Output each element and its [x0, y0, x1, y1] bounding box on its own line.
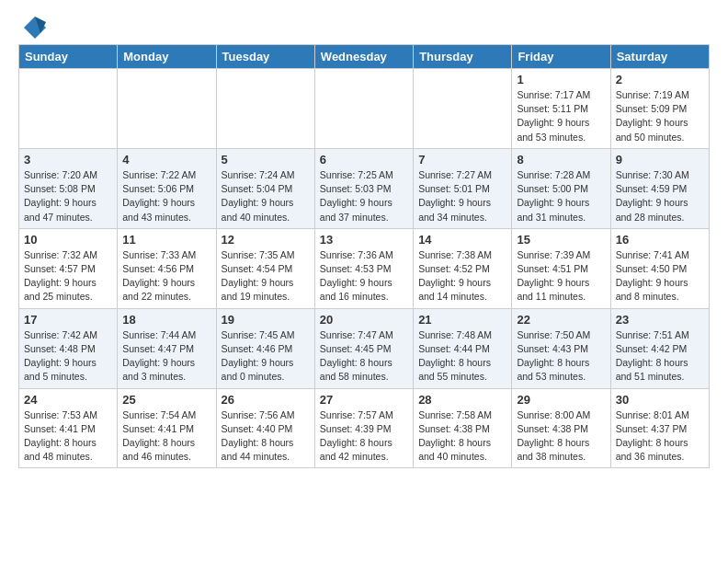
- calendar-cell: 21Sunrise: 7:48 AM Sunset: 4:44 PM Dayli…: [414, 308, 512, 388]
- calendar-week-row: 24Sunrise: 7:53 AM Sunset: 4:41 PM Dayli…: [19, 388, 710, 468]
- day-info: Sunrise: 7:22 AM Sunset: 5:06 PM Dayligh…: [122, 168, 210, 224]
- day-info: Sunrise: 7:45 AM Sunset: 4:46 PM Dayligh…: [222, 328, 310, 385]
- day-info: Sunrise: 7:27 AM Sunset: 5:01 PM Dayligh…: [418, 168, 506, 224]
- day-number: 30: [616, 393, 704, 407]
- day-info: Sunrise: 7:33 AM Sunset: 4:56 PM Dayligh…: [122, 248, 210, 304]
- day-info: Sunrise: 7:32 AM Sunset: 4:57 PM Dayligh…: [24, 248, 112, 304]
- day-info: Sunrise: 7:50 AM Sunset: 4:43 PM Dayligh…: [517, 328, 605, 385]
- day-number: 8: [517, 153, 605, 167]
- calendar-cell: 4Sunrise: 7:22 AM Sunset: 5:06 PM Daylig…: [118, 148, 216, 228]
- calendar-week-row: 10Sunrise: 7:32 AM Sunset: 4:57 PM Dayli…: [19, 228, 710, 308]
- day-info: Sunrise: 7:53 AM Sunset: 4:41 PM Dayligh…: [24, 408, 112, 465]
- page-container: SundayMondayTuesdayWednesdayThursdayFrid…: [0, 0, 728, 483]
- weekday-header: Friday: [512, 45, 610, 69]
- header-row: [18, 15, 710, 40]
- calendar-cell: 16Sunrise: 7:41 AM Sunset: 4:50 PM Dayli…: [610, 228, 709, 308]
- calendar-cell: 24Sunrise: 7:53 AM Sunset: 4:41 PM Dayli…: [19, 388, 118, 468]
- day-info: Sunrise: 7:36 AM Sunset: 4:53 PM Dayligh…: [320, 248, 408, 304]
- day-info: Sunrise: 7:25 AM Sunset: 5:03 PM Dayligh…: [320, 168, 408, 224]
- calendar-cell: 18Sunrise: 7:44 AM Sunset: 4:47 PM Dayli…: [118, 308, 216, 388]
- day-number: 22: [517, 313, 605, 327]
- day-number: 1: [517, 73, 605, 86]
- calendar-cell: 11Sunrise: 7:33 AM Sunset: 4:56 PM Dayli…: [118, 228, 216, 308]
- calendar-cell: 3Sunrise: 7:20 AM Sunset: 5:08 PM Daylig…: [19, 148, 118, 228]
- calendar-week-row: 1Sunrise: 7:17 AM Sunset: 5:11 PM Daylig…: [19, 69, 710, 149]
- calendar-cell: 9Sunrise: 7:30 AM Sunset: 4:59 PM Daylig…: [610, 148, 709, 228]
- calendar-cell: 26Sunrise: 7:56 AM Sunset: 4:40 PM Dayli…: [216, 388, 314, 468]
- calendar-cell: 8Sunrise: 7:28 AM Sunset: 5:00 PM Daylig…: [512, 148, 610, 228]
- calendar-cell: 7Sunrise: 7:27 AM Sunset: 5:01 PM Daylig…: [414, 148, 512, 228]
- day-info: Sunrise: 7:41 AM Sunset: 4:50 PM Dayligh…: [616, 248, 704, 304]
- calendar-table: SundayMondayTuesdayWednesdayThursdayFrid…: [18, 44, 710, 468]
- day-info: Sunrise: 7:47 AM Sunset: 4:45 PM Dayligh…: [320, 328, 408, 385]
- day-number: 21: [418, 313, 506, 327]
- day-number: 25: [122, 393, 210, 407]
- day-info: Sunrise: 7:42 AM Sunset: 4:48 PM Dayligh…: [24, 328, 112, 385]
- weekday-header: Wednesday: [314, 45, 413, 69]
- day-info: Sunrise: 7:56 AM Sunset: 4:40 PM Dayligh…: [222, 408, 310, 465]
- day-info: Sunrise: 7:19 AM Sunset: 5:09 PM Dayligh…: [616, 88, 704, 144]
- weekday-header: Sunday: [19, 45, 118, 69]
- day-number: 13: [320, 233, 408, 247]
- calendar-cell: 29Sunrise: 8:00 AM Sunset: 4:38 PM Dayli…: [512, 388, 610, 468]
- day-number: 12: [222, 233, 310, 247]
- day-number: 16: [616, 233, 704, 247]
- calendar-cell: 19Sunrise: 7:45 AM Sunset: 4:46 PM Dayli…: [216, 308, 314, 388]
- day-info: Sunrise: 7:57 AM Sunset: 4:39 PM Dayligh…: [320, 408, 408, 465]
- weekday-header: Thursday: [414, 45, 512, 69]
- day-info: Sunrise: 7:24 AM Sunset: 5:04 PM Dayligh…: [222, 168, 310, 224]
- calendar-cell: 5Sunrise: 7:24 AM Sunset: 5:04 PM Daylig…: [216, 148, 314, 228]
- day-number: 23: [616, 313, 704, 327]
- weekday-header: Tuesday: [216, 45, 314, 69]
- calendar-cell: 15Sunrise: 7:39 AM Sunset: 4:51 PM Dayli…: [512, 228, 610, 308]
- day-number: 6: [320, 153, 408, 167]
- day-number: 5: [222, 153, 310, 167]
- day-number: 10: [24, 233, 112, 247]
- calendar-cell: 27Sunrise: 7:57 AM Sunset: 4:39 PM Dayli…: [314, 388, 413, 468]
- day-info: Sunrise: 7:44 AM Sunset: 4:47 PM Dayligh…: [122, 328, 210, 385]
- day-info: Sunrise: 7:58 AM Sunset: 4:38 PM Dayligh…: [418, 408, 506, 465]
- day-number: 20: [320, 313, 408, 327]
- calendar-cell: 2Sunrise: 7:19 AM Sunset: 5:09 PM Daylig…: [610, 69, 709, 149]
- day-number: 15: [517, 233, 605, 247]
- calendar-cell: 28Sunrise: 7:58 AM Sunset: 4:38 PM Dayli…: [414, 388, 512, 468]
- calendar-cell: [118, 69, 216, 149]
- calendar-cell: [19, 69, 118, 149]
- calendar-cell: 17Sunrise: 7:42 AM Sunset: 4:48 PM Dayli…: [19, 308, 118, 388]
- calendar-week-row: 17Sunrise: 7:42 AM Sunset: 4:48 PM Dayli…: [19, 308, 710, 388]
- day-info: Sunrise: 7:17 AM Sunset: 5:11 PM Dayligh…: [517, 88, 605, 144]
- day-number: 29: [517, 393, 605, 407]
- calendar-cell: 12Sunrise: 7:35 AM Sunset: 4:54 PM Dayli…: [216, 228, 314, 308]
- weekday-header: Monday: [118, 45, 216, 69]
- day-number: 24: [24, 393, 112, 407]
- day-info: Sunrise: 7:28 AM Sunset: 5:00 PM Dayligh…: [517, 168, 605, 224]
- day-number: 3: [24, 153, 112, 167]
- day-number: 11: [122, 233, 210, 247]
- calendar-cell: 1Sunrise: 7:17 AM Sunset: 5:11 PM Daylig…: [512, 69, 610, 149]
- day-info: Sunrise: 7:51 AM Sunset: 4:42 PM Dayligh…: [616, 328, 704, 385]
- day-info: Sunrise: 7:39 AM Sunset: 4:51 PM Dayligh…: [517, 248, 605, 304]
- logo-icon: [22, 15, 48, 40]
- calendar-cell: 6Sunrise: 7:25 AM Sunset: 5:03 PM Daylig…: [314, 148, 413, 228]
- day-info: Sunrise: 8:01 AM Sunset: 4:37 PM Dayligh…: [616, 408, 704, 465]
- calendar-cell: 20Sunrise: 7:47 AM Sunset: 4:45 PM Dayli…: [314, 308, 413, 388]
- day-number: 4: [122, 153, 210, 167]
- weekday-header: Saturday: [610, 45, 709, 69]
- calendar-cell: 23Sunrise: 7:51 AM Sunset: 4:42 PM Dayli…: [610, 308, 709, 388]
- day-number: 14: [418, 233, 506, 247]
- day-info: Sunrise: 8:00 AM Sunset: 4:38 PM Dayligh…: [517, 408, 605, 465]
- day-info: Sunrise: 7:48 AM Sunset: 4:44 PM Dayligh…: [418, 328, 506, 385]
- calendar-cell: 10Sunrise: 7:32 AM Sunset: 4:57 PM Dayli…: [19, 228, 118, 308]
- calendar-cell: [414, 69, 512, 149]
- logo: [18, 15, 48, 40]
- day-info: Sunrise: 7:35 AM Sunset: 4:54 PM Dayligh…: [222, 248, 310, 304]
- day-info: Sunrise: 7:38 AM Sunset: 4:52 PM Dayligh…: [418, 248, 506, 304]
- day-number: 27: [320, 393, 408, 407]
- day-number: 19: [222, 313, 310, 327]
- day-info: Sunrise: 7:54 AM Sunset: 4:41 PM Dayligh…: [122, 408, 210, 465]
- day-number: 7: [418, 153, 506, 167]
- calendar-week-row: 3Sunrise: 7:20 AM Sunset: 5:08 PM Daylig…: [19, 148, 710, 228]
- day-number: 2: [616, 73, 704, 86]
- day-info: Sunrise: 7:30 AM Sunset: 4:59 PM Dayligh…: [616, 168, 704, 224]
- calendar-cell: 25Sunrise: 7:54 AM Sunset: 4:41 PM Dayli…: [118, 388, 216, 468]
